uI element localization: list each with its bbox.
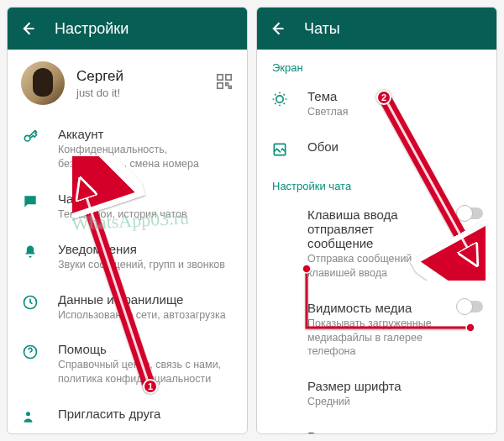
section-chat-settings: Настройки чата bbox=[257, 168, 496, 197]
chats-item-enter-send[interactable]: Клавиша ввода отправляет сообщение Отпра… bbox=[257, 197, 496, 291]
enter-send-switch[interactable] bbox=[458, 207, 483, 219]
chats-list: Экран Тема Светлая Обои Настройки чата К… bbox=[257, 50, 496, 433]
item-title: Тема bbox=[307, 89, 483, 103]
svg-point-9 bbox=[276, 96, 283, 102]
appbar-settings: Настройки bbox=[8, 8, 247, 50]
item-sub: Конфиденциальность, безопасность, смена … bbox=[58, 143, 234, 171]
avatar bbox=[21, 61, 65, 105]
appbar-chats: Чаты bbox=[257, 8, 496, 50]
chats-item-backup[interactable]: Резервная копия чатов bbox=[257, 419, 496, 433]
item-sub: Светлая bbox=[307, 105, 483, 119]
item-title: Обои bbox=[307, 139, 483, 154]
settings-screen: Настройки Сергей just do it! Аккаунт bbox=[7, 7, 248, 434]
bell-icon bbox=[21, 244, 39, 260]
item-sub: Справочный центр, связь с нами, политика… bbox=[58, 358, 234, 386]
svg-rect-1 bbox=[226, 75, 231, 80]
profile-row[interactable]: Сергей just do it! bbox=[8, 50, 247, 117]
item-title: Уведомления bbox=[58, 242, 234, 256]
data-icon bbox=[21, 294, 39, 311]
help-icon bbox=[21, 344, 39, 360]
item-title: Помощь bbox=[58, 342, 234, 356]
media-visibility-switch[interactable] bbox=[458, 301, 483, 312]
item-title: Размер шрифта bbox=[307, 379, 483, 393]
settings-item-chats[interactable]: Чаты Тема, обои, история чатов bbox=[8, 181, 247, 232]
chats-item-wallpaper[interactable]: Обои bbox=[257, 129, 496, 168]
qr-icon[interactable] bbox=[215, 72, 234, 94]
appbar-title: Чаты bbox=[304, 20, 340, 38]
item-sub: Показывать загруженные медиафайлы в гале… bbox=[307, 317, 434, 360]
chat-icon bbox=[21, 193, 39, 210]
cloud-icon bbox=[270, 431, 289, 433]
chats-item-font-size[interactable]: Размер шрифта Средний bbox=[257, 369, 496, 419]
item-sub: Средний bbox=[307, 395, 483, 409]
item-title: Видимость медиа bbox=[307, 301, 434, 315]
back-icon[interactable] bbox=[269, 20, 286, 37]
svg-rect-2 bbox=[218, 83, 223, 88]
chats-item-media-visibility[interactable]: Видимость медиа Показывать загруженные м… bbox=[257, 291, 496, 370]
appbar-title: Настройки bbox=[55, 20, 129, 38]
section-display: Экран bbox=[257, 50, 496, 79]
theme-icon bbox=[270, 91, 289, 108]
back-icon[interactable] bbox=[19, 20, 36, 37]
settings-item-data[interactable]: Данные и хранилище Использование сети, а… bbox=[8, 282, 247, 333]
svg-point-5 bbox=[24, 135, 30, 141]
item-title: Клавиша ввода отправляет сообщение bbox=[307, 207, 434, 250]
chats-settings-screen: Чаты Экран Тема Светлая Обои Настройки ч… bbox=[256, 7, 497, 434]
profile-name: Сергей bbox=[76, 68, 203, 85]
svg-rect-0 bbox=[218, 75, 223, 80]
settings-item-account[interactable]: Аккаунт Конфиденциальность, безопасность… bbox=[8, 117, 247, 181]
settings-list: Аккаунт Конфиденциальность, безопасность… bbox=[8, 117, 247, 433]
svg-point-8 bbox=[26, 412, 30, 416]
chats-item-theme[interactable]: Тема Светлая bbox=[257, 79, 496, 129]
item-sub: Отправка сообщений клавишей ввода bbox=[307, 252, 434, 281]
item-sub: Звуки сообщений, групп и звонков bbox=[58, 258, 234, 272]
item-title: Данные и хранилище bbox=[58, 292, 234, 307]
key-icon bbox=[21, 129, 39, 145]
profile-status: just do it! bbox=[76, 87, 203, 99]
invite-icon bbox=[21, 408, 39, 425]
wallpaper-icon bbox=[270, 141, 289, 158]
svg-rect-4 bbox=[229, 87, 232, 89]
settings-item-notifications[interactable]: Уведомления Звуки сообщений, групп и зво… bbox=[8, 232, 247, 282]
item-title: Чаты bbox=[58, 192, 234, 206]
item-sub: Использование сети, автозагрузка bbox=[58, 308, 234, 323]
item-title: Резервная копия чатов bbox=[307, 429, 483, 433]
item-sub: Тема, обои, история чатов bbox=[58, 207, 234, 222]
item-title: Пригласить друга bbox=[58, 407, 234, 421]
settings-item-help[interactable]: Помощь Справочный центр, связь с нами, п… bbox=[8, 332, 247, 396]
svg-rect-3 bbox=[226, 83, 228, 86]
item-title: Аккаунт bbox=[58, 127, 234, 141]
settings-item-invite[interactable]: Пригласить друга bbox=[8, 396, 247, 433]
